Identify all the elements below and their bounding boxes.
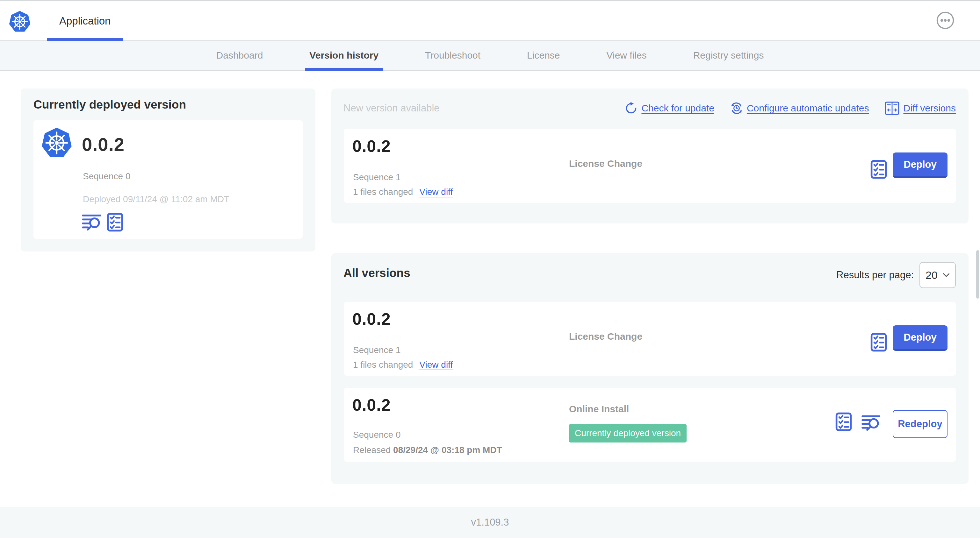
row-version-number: 0.0.2 xyxy=(352,309,391,329)
tab-view-files[interactable]: View files xyxy=(607,41,647,70)
page-footer: v1.109.3 xyxy=(0,507,980,538)
preflight-checks-button[interactable] xyxy=(835,412,852,432)
deployed-timestamp: Deployed 09/11/24 @ 11:02 am MDT xyxy=(83,194,229,205)
preflight-checks-button[interactable] xyxy=(870,159,887,179)
tab-license[interactable]: License xyxy=(527,41,560,70)
results-per-page: Results per page: 20 xyxy=(836,262,956,288)
tab-version-history[interactable]: Version history xyxy=(309,41,379,70)
new-version-section: New version available Check for update C… xyxy=(331,89,969,224)
logs-icon xyxy=(82,214,102,231)
app-icon xyxy=(41,127,72,159)
row-sequence: Sequence 0 xyxy=(353,430,401,440)
app-title: Application xyxy=(59,15,111,27)
row-released-timestamp: Released 08/29/24 @ 03:18 pm MDT xyxy=(353,445,502,455)
row-files-changed: 1 files changed View diff xyxy=(353,187,453,197)
row-files-changed: 1 files changed View diff xyxy=(353,360,453,370)
row-version-number: 0.0.2 xyxy=(352,395,391,414)
row-version-number: 0.0.2 xyxy=(352,136,391,156)
tab-registry-settings[interactable]: Registry settings xyxy=(693,41,764,70)
results-per-page-select[interactable]: 20 xyxy=(920,262,956,288)
preflight-checklist-icon xyxy=(107,213,123,232)
new-version-actions: Check for update Configure automatic upd… xyxy=(625,101,956,115)
row-sequence: Sequence 1 xyxy=(353,172,401,183)
version-row: 0.0.2 Sequence 0 Released 08/29/24 @ 03:… xyxy=(344,388,956,462)
overflow-menu-button[interactable] xyxy=(936,11,955,30)
logs-icon xyxy=(861,414,881,431)
app-header: Application xyxy=(0,0,980,41)
check-for-update-link[interactable]: Check for update xyxy=(625,102,714,114)
diff-versions-link[interactable]: Diff versions xyxy=(885,101,956,115)
preflight-checklist-icon xyxy=(870,332,887,352)
row-source-label: License Change xyxy=(569,331,642,342)
deploy-button[interactable]: Deploy xyxy=(893,152,948,178)
configure-automatic-updates-link[interactable]: Configure automatic updates xyxy=(730,102,869,114)
deploy-button[interactable]: Deploy xyxy=(893,325,948,351)
preflight-checklist-icon xyxy=(870,159,887,179)
preflight-checks-button[interactable] xyxy=(870,332,887,352)
version-row: 0.0.2 Sequence 1 1 files changed View di… xyxy=(344,302,956,376)
currently-deployed-version-card: 0.0.2 Sequence 0 Deployed 09/11/24 @ 11:… xyxy=(33,120,303,239)
kubernetes-logo-icon xyxy=(9,11,30,33)
currently-deployed-badge: Currently deployed version xyxy=(569,424,687,443)
deployed-version-number: 0.0.2 xyxy=(82,134,124,155)
view-diff-link[interactable]: View diff xyxy=(419,187,453,197)
all-versions-heading: All versions xyxy=(344,267,410,280)
tab-dashboard[interactable]: Dashboard xyxy=(216,41,263,70)
deployed-sequence: Sequence 0 xyxy=(83,171,130,181)
refresh-icon xyxy=(625,102,638,114)
page-nav: Dashboard Version history Troubleshoot L… xyxy=(0,41,980,71)
view-logs-button[interactable] xyxy=(82,214,102,231)
diff-icon xyxy=(885,101,899,115)
new-version-row: 0.0.2 Sequence 1 1 files changed View di… xyxy=(344,129,956,203)
app-tab-application[interactable]: Application xyxy=(47,1,123,41)
row-source-label: License Change xyxy=(569,158,642,169)
ellipsis-icon xyxy=(936,11,955,30)
preflight-checklist-icon xyxy=(835,412,852,432)
row-sequence: Sequence 1 xyxy=(353,345,401,355)
redeploy-button[interactable]: Redeploy xyxy=(893,410,948,438)
tab-troubleshoot[interactable]: Troubleshoot xyxy=(425,41,480,70)
results-per-page-label: Results per page: xyxy=(836,269,914,281)
scrollbar-thumb[interactable] xyxy=(976,250,979,298)
chevron-down-icon xyxy=(943,273,950,277)
view-logs-button[interactable] xyxy=(861,414,881,431)
new-version-header: New version available Check for update C… xyxy=(344,101,956,115)
view-diff-link[interactable]: View diff xyxy=(419,360,453,370)
deployed-actions xyxy=(82,213,123,232)
row-source-label: Online Install xyxy=(569,404,629,414)
schedule-update-icon xyxy=(730,102,743,114)
preflight-checks-button[interactable] xyxy=(107,213,123,232)
console-version: v1.109.3 xyxy=(471,517,509,528)
new-version-title: New version available xyxy=(344,103,440,114)
currently-deployed-card: Currently deployed version 0.0.2 Sequenc… xyxy=(21,89,315,251)
all-versions-section: All versions Results per page: 20 0.0.2 … xyxy=(331,253,969,484)
currently-deployed-heading: Currently deployed version xyxy=(33,98,186,111)
